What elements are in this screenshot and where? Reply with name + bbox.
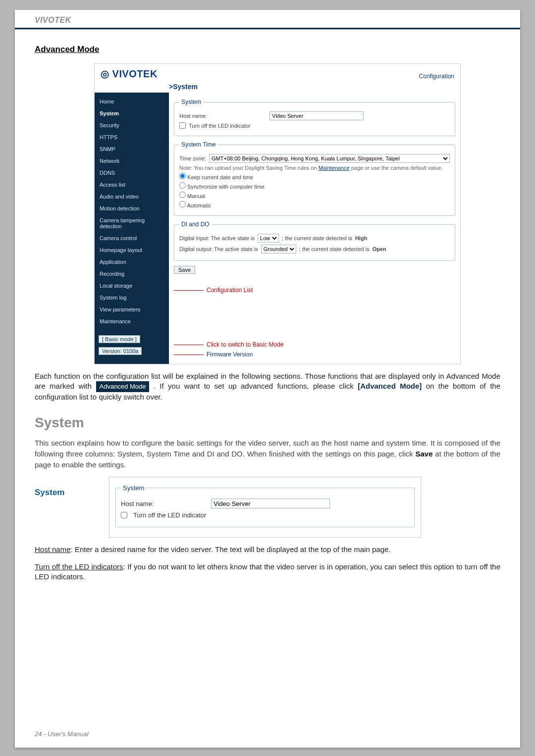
di-row: Digital input: The active state is Low ;… — [179, 234, 450, 243]
intro-paragraph: Each function on the configuration list … — [35, 371, 500, 402]
nav-https[interactable]: HTTPS — [95, 131, 169, 143]
nav-sidebar: Home System Security HTTPS SNMP Network … — [95, 93, 169, 364]
nav-system-log[interactable]: System log — [95, 292, 169, 303]
nav-maintenance[interactable]: Maintenance — [95, 315, 169, 327]
radio-sync-label: Synchronize with computer time — [187, 184, 265, 190]
led-row: Turn off the LED indicator — [179, 122, 450, 129]
mini-host-row: Host name: — [121, 499, 409, 508]
nav-application[interactable]: Application — [95, 256, 169, 268]
do-text-1: Digital output: The active state is — [179, 246, 258, 252]
annot-basic-label: Click to switch to Basic Mode — [207, 341, 283, 348]
annot-fw: Firmware Version — [174, 351, 455, 358]
di-state: High — [355, 235, 367, 241]
dst-note: Note: You can upload your Daylight Savin… — [179, 165, 450, 171]
brand-name: VIVOTEK — [35, 16, 510, 25]
dido-fieldset: DI and DO Digital input: The active stat… — [174, 221, 455, 261]
mini-led-checkbox[interactable] — [121, 512, 127, 518]
nav-camera-tampering[interactable]: Camera tampering detection — [95, 214, 169, 232]
radio-manual[interactable] — [179, 192, 186, 198]
screenshot-page-title: >System — [169, 83, 198, 91]
dst-note-2: page or use the camera default value. — [350, 165, 443, 171]
mini-system-legend: System — [121, 484, 146, 492]
configuration-link[interactable]: Configuration — [419, 73, 454, 80]
mini-led-row: Turn off the LED indicator — [121, 511, 409, 519]
nav-security[interactable]: Security — [95, 119, 169, 131]
screenshot-body: Home System Security HTTPS SNMP Network … — [95, 93, 460, 364]
led-checkbox[interactable] — [179, 122, 186, 129]
led-definition: Turn off the LED indicators: If you do n… — [35, 562, 500, 582]
host-name-term: Host name — [35, 545, 71, 554]
system-time-fieldset: System Time Time zone: GMT+08:00 Beijing… — [174, 141, 455, 216]
page: VIVOTEK Advanced Mode ◎ VIVOTEK Configur… — [15, 10, 520, 748]
nav-local-storage[interactable]: Local storage — [95, 280, 169, 292]
screenshot-header: ◎ VIVOTEK Configuration — [95, 64, 460, 81]
do-state: Open — [373, 246, 386, 252]
logo: ◎ VIVOTEK — [101, 68, 158, 80]
radio-manual-label: Manual — [187, 193, 205, 199]
maintenance-link[interactable]: Maintenance — [319, 165, 350, 171]
nav-ddns[interactable]: DDNS — [95, 167, 169, 179]
config-screenshot: ◎ VIVOTEK Configuration >System Home Sys… — [94, 63, 461, 364]
do-select[interactable]: Grounded — [261, 245, 296, 253]
time-opt-sync: Synchronize with computer time — [179, 182, 450, 190]
radio-keep-label: Keep current date and time — [187, 174, 253, 180]
nav-homepage-layout[interactable]: Homepage layout — [95, 244, 169, 256]
dido-legend: DI and DO — [179, 221, 212, 228]
annot-line-icon — [174, 345, 204, 345]
radio-keep[interactable] — [179, 173, 186, 179]
version-label: Version: 0100a — [99, 347, 142, 355]
basic-mode-button[interactable]: [ Basic mode ] — [99, 335, 140, 343]
page-footer: 24 - User's Manual — [35, 730, 89, 738]
nav-system[interactable]: System — [95, 107, 169, 119]
led-label: Turn off the LED indicator — [189, 123, 251, 129]
system-time-legend: System Time — [179, 141, 217, 148]
system-fieldset: System Host name: Turn off the LED indic… — [174, 99, 455, 136]
save-bold: Save — [416, 450, 433, 458]
host-name-text: : Enter a desired name for the video ser… — [71, 545, 391, 554]
host-name-definition: Host name: Enter a desired name for the … — [35, 545, 500, 554]
led-term: Turn off the LED indicators — [35, 562, 123, 571]
page-header: VIVOTEK — [15, 10, 520, 30]
mini-host-input[interactable] — [211, 499, 330, 508]
accent-line — [15, 28, 520, 29]
screenshot-page-title-bar: >System — [95, 81, 460, 93]
nav-audio-video[interactable]: Audio and video — [95, 191, 169, 202]
nav-camera-control[interactable]: Camera control — [95, 232, 169, 244]
annot-fw-label: Firmware Version — [207, 351, 253, 358]
logo-text: VIVOTEK — [112, 68, 158, 79]
di-select[interactable]: Low — [258, 234, 279, 243]
system-heading: System — [35, 415, 500, 431]
intro-text-2: . If you want to set up advanced functio… — [154, 382, 358, 390]
nav-access-list[interactable]: Access list — [95, 179, 169, 191]
nav-network[interactable]: Network — [95, 155, 169, 167]
nav-motion-detection[interactable]: Motion detection — [95, 202, 169, 214]
timezone-label: Time zone: — [179, 155, 206, 161]
host-name-label: Host name: — [179, 113, 219, 119]
host-name-input[interactable] — [269, 111, 364, 120]
radio-auto[interactable] — [179, 201, 186, 207]
dst-note-1: Note: You can upload your Daylight Savin… — [179, 165, 319, 171]
radio-sync[interactable] — [179, 182, 186, 189]
advanced-mode-bold: [Advanced Mode] — [358, 382, 422, 390]
nav-home[interactable]: Home — [95, 96, 169, 107]
system-mini-screenshot: System Host name: Turn off the LED indic… — [109, 477, 421, 538]
di-text-2: ; the current state detected is — [282, 235, 352, 241]
timezone-select[interactable]: GMT+08:00 Beijing, Chongqing, Hong Kong,… — [209, 154, 450, 163]
save-button[interactable]: Save — [174, 266, 195, 274]
mini-led-label: Turn off the LED indicator — [133, 511, 206, 519]
nav-view-parameters[interactable]: View parameters — [95, 303, 169, 315]
section-title: Advanced Mode — [35, 45, 500, 54]
di-text-1: Digital input: The active state is — [179, 235, 255, 241]
mini-system-fieldset: System Host name: Turn off the LED indic… — [115, 484, 415, 527]
annot-config-list: Configuration List — [174, 287, 455, 294]
time-opt-manual: Manual — [179, 192, 450, 199]
time-opt-keep: Keep current date and time — [179, 173, 450, 180]
annot-line-icon — [174, 290, 204, 291]
host-name-row: Host name: — [179, 111, 450, 120]
time-opt-auto: Automatic — [179, 201, 450, 208]
timezone-row: Time zone: GMT+08:00 Beijing, Chongqing,… — [179, 154, 450, 163]
mini-host-label: Host name: — [121, 500, 205, 507]
annot-line-icon — [174, 354, 204, 355]
nav-snmp[interactable]: SNMP — [95, 143, 169, 155]
nav-recording[interactable]: Recording — [95, 268, 169, 280]
